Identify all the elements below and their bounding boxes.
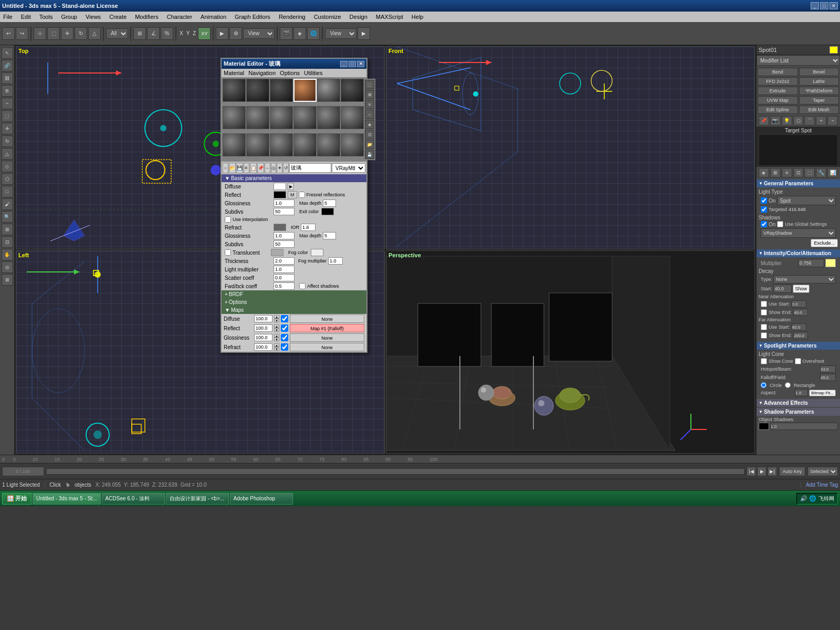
- near-show-checkbox[interactable]: [761, 309, 767, 316]
- thickness-input[interactable]: [274, 257, 295, 265]
- mode-icon-7[interactable]: 📊: [827, 168, 838, 177]
- taskbar-acdsee[interactable]: ACDSee 6.0 - 涂料: [102, 493, 165, 505]
- viewport-perspective[interactable]: Perspective: [386, 250, 755, 454]
- light-mult-input[interactable]: [274, 266, 295, 273]
- config-btn[interactable]: ⚙: [229, 27, 242, 40]
- menu-modifiers[interactable]: Modifiers: [133, 14, 161, 20]
- mat-tool-save[interactable]: 💾: [236, 163, 243, 173]
- geo-icon[interactable]: ⬡: [793, 116, 804, 125]
- tool-rotate[interactable]: ↻: [2, 135, 13, 147]
- window-controls[interactable]: _ □ ✕: [811, 2, 838, 9]
- mat-sphere-0-0[interactable]: [223, 79, 246, 102]
- tool-move[interactable]: ✛: [2, 123, 13, 134]
- aspect-input[interactable]: [795, 389, 808, 396]
- editmesh-btn[interactable]: Edit Mesh: [799, 106, 839, 114]
- diffuse-color[interactable]: [274, 183, 286, 190]
- material-btn[interactable]: ◈: [293, 27, 306, 40]
- taskbar-photoshop[interactable]: Adobe Photoshop: [230, 493, 293, 505]
- tool-place-hl[interactable]: ⬡: [2, 173, 13, 185]
- refract-color[interactable]: [274, 224, 286, 231]
- render-start-btn[interactable]: ▶: [358, 27, 370, 40]
- mat-type-dropdown[interactable]: VRayMtl: [332, 163, 365, 173]
- undo-btn[interactable]: ↩: [2, 27, 15, 40]
- uvwmap-btn[interactable]: UVW Map: [758, 96, 798, 104]
- ior-input[interactable]: [301, 224, 316, 231]
- map-pct-refract[interactable]: [254, 343, 272, 351]
- mat-sphere-0-4[interactable]: [317, 79, 340, 102]
- tool-space-warp[interactable]: ~: [2, 98, 13, 109]
- rotate-btn[interactable]: ↻: [75, 27, 87, 40]
- mat-tool-load[interactable]: 📂: [229, 163, 236, 173]
- mode-icon-5[interactable]: ⬚: [804, 168, 815, 177]
- tool-select-filter[interactable]: ⬚: [2, 110, 13, 122]
- tool-zoom-all[interactable]: ⊞: [2, 224, 13, 235]
- reflect-color[interactable]: [274, 191, 286, 198]
- menu-help[interactable]: Help: [410, 14, 426, 20]
- tool-squash[interactable]: ◇: [2, 161, 13, 172]
- mat-side-icon-2[interactable]: ⊞: [365, 90, 374, 99]
- affect-shadows-checkbox[interactable]: [299, 283, 306, 289]
- map-pct-diffuse[interactable]: [254, 315, 272, 322]
- menu-rendering[interactable]: Rendering: [277, 14, 308, 20]
- tool-zoom[interactable]: 🔍: [2, 211, 13, 223]
- editspline-btn[interactable]: Edit Spline: [758, 106, 798, 114]
- bend-btn[interactable]: Bend: [758, 68, 798, 76]
- mat-sphere-2-1[interactable]: [246, 133, 269, 156]
- pct-snap-btn[interactable]: %: [161, 27, 173, 40]
- tool-select-obj[interactable]: □: [2, 186, 13, 197]
- shadow-value-input[interactable]: [770, 423, 838, 430]
- basic-params-header[interactable]: ▼ Basic parameters: [222, 174, 366, 182]
- menu-group[interactable]: Group: [59, 14, 79, 20]
- camera-icon[interactable]: 📷: [770, 116, 781, 125]
- map-down-reflect[interactable]: ▼: [274, 328, 279, 332]
- mat-menu-material[interactable]: Material: [224, 70, 244, 76]
- menu-tools[interactable]: Tools: [37, 14, 55, 20]
- select-region-btn[interactable]: ⬚: [47, 27, 60, 40]
- add-time-tag[interactable]: Add Time Tag: [806, 482, 838, 488]
- mat-sphere-1-1[interactable]: [246, 106, 269, 129]
- shadow-type-dropdown[interactable]: VRayShadow: [761, 228, 836, 238]
- m-btn[interactable]: M: [288, 191, 297, 198]
- translucent-checkbox[interactable]: [225, 249, 231, 256]
- move-btn[interactable]: ✛: [61, 27, 74, 40]
- map-name-glossiness[interactable]: None: [290, 333, 364, 342]
- taskbar-design[interactable]: 自由设计新家园 - <b>...: [166, 493, 229, 505]
- use-interpolation-checkbox1[interactable]: [225, 216, 231, 223]
- hotspot-input[interactable]: [820, 365, 836, 373]
- max-depth-input2[interactable]: [323, 232, 336, 239]
- mode-icon-3[interactable]: ≡: [782, 168, 792, 177]
- far-use-checkbox[interactable]: [761, 324, 767, 330]
- mat-tool-assign[interactable]: →: [265, 163, 270, 173]
- tool-paint[interactable]: 🖌: [2, 198, 13, 210]
- tool-bind[interactable]: B: [2, 85, 13, 97]
- auto-key-btn[interactable]: Auto Key: [779, 467, 805, 476]
- targeted-checkbox[interactable]: [761, 206, 767, 213]
- scale-btn[interactable]: △: [88, 27, 101, 40]
- mat-tool-delete[interactable]: ✕: [244, 163, 249, 173]
- tool-link[interactable]: 🔗: [2, 60, 13, 71]
- multiplier-color[interactable]: [825, 259, 836, 267]
- modifier-list-dropdown[interactable]: Modifier List: [757, 55, 840, 66]
- object-color-box[interactable]: [830, 46, 838, 54]
- view-dropdown[interactable]: View: [243, 28, 275, 39]
- redo-btn[interactable]: ↪: [16, 27, 28, 40]
- mat-tool-reset[interactable]: ↺: [283, 163, 289, 173]
- falloff-input[interactable]: [820, 374, 836, 381]
- subdivs-input1[interactable]: [274, 208, 295, 215]
- minimize-btn[interactable]: _: [811, 2, 819, 9]
- mat-menu-options[interactable]: Options: [280, 70, 300, 76]
- subdivs-input2[interactable]: [274, 240, 295, 248]
- mat-tool-pick[interactable]: ◎: [271, 163, 277, 173]
- tool-pan[interactable]: ✋: [2, 249, 13, 260]
- xy-btn[interactable]: XY: [198, 27, 211, 40]
- mat-side-icon-7[interactable]: 📁: [365, 140, 374, 149]
- far-start-input[interactable]: [792, 323, 806, 331]
- max-depth-input1[interactable]: [323, 200, 336, 207]
- mat-sphere-1-3[interactable]: [293, 106, 317, 129]
- mat-sphere-0-5[interactable]: [341, 79, 364, 102]
- light-icon[interactable]: 💡: [782, 116, 792, 125]
- translucent-color[interactable]: [271, 249, 284, 256]
- mat-sphere-2-4[interactable]: [317, 133, 340, 156]
- menu-file[interactable]: File: [1, 14, 15, 20]
- mode-icon-6[interactable]: 🔧: [816, 168, 826, 177]
